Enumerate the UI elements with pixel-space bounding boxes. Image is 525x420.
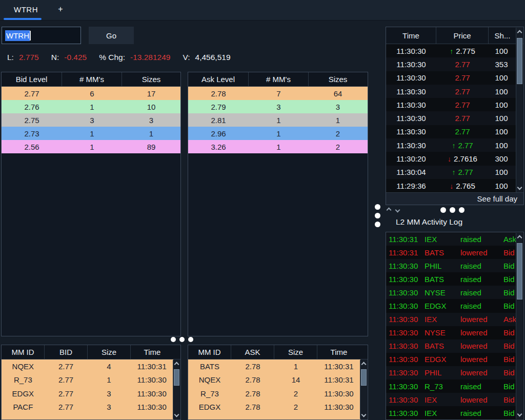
scroll-down-icon[interactable]: [361, 412, 367, 417]
ask-level-row[interactable]: 2.9612: [188, 127, 368, 140]
log-side: Bid: [497, 395, 515, 404]
mm-bid-scrollbar: [173, 360, 180, 419]
activity-log-row: 11:30:30PHILraisedBid: [386, 259, 516, 272]
log-mm-id: BATS: [421, 248, 458, 257]
horizontal-splitter-handle[interactable]: [440, 207, 465, 213]
log-mm-id: EDGX: [421, 302, 458, 310]
log-side: Bid: [497, 248, 515, 257]
new-tab-button[interactable]: +: [54, 0, 67, 18]
column-header: BID: [45, 345, 88, 359]
scrollbar-thumb[interactable]: [517, 38, 522, 84]
scrollbar-thumb[interactable]: [174, 369, 179, 386]
symbol-input[interactable]: WTRH: [2, 27, 81, 44]
column-header: Size: [274, 345, 317, 359]
scroll-down-icon[interactable]: [517, 185, 522, 190]
splitter-dot: [450, 207, 455, 213]
tab-wtrh[interactable]: WTRH: [14, 0, 38, 19]
activity-log-rows: 11:30:31IEXraisedAsk11:30:31BATSloweredB…: [386, 232, 516, 419]
cell: 2.79: [188, 100, 249, 113]
log-time: 11:30:30: [389, 288, 421, 297]
activity-log-row: 11:30:31IEXraisedAsk: [386, 232, 516, 246]
splitter-dot: [375, 213, 380, 218]
time-sales-row: 11:30:30↑2.775100: [386, 44, 516, 57]
ask-level-row[interactable]: 2.78764: [188, 87, 368, 100]
log-time: 11:30:31: [389, 248, 421, 257]
mm-ask-header: MM ID ASK Size Time: [188, 345, 368, 359]
log-side: Bid: [497, 382, 515, 391]
cell: 1: [122, 127, 180, 140]
trade-price: 2.77: [436, 101, 489, 109]
price-value: 2.77: [458, 168, 473, 176]
activity-log-row: 11:30:30BATSloweredBid: [386, 339, 516, 353]
mm-ask-rows: BATS2.78111:30:31NQEX2.781411:30:31R_732…: [188, 359, 360, 419]
splitter-dot: [179, 337, 185, 342]
mm-ask-row: BATS2.78111:30:31: [188, 359, 360, 373]
bid-level-row[interactable]: 2.7311: [2, 127, 180, 140]
log-mm-id: PHIL: [421, 368, 458, 377]
ask-level-row[interactable]: 2.7933: [188, 100, 368, 113]
cell: 89: [122, 140, 180, 153]
log-action: raised: [458, 235, 497, 244]
mm-bid-row: EDGX2.77311:30:30: [2, 387, 173, 401]
cell: 11:30:31: [317, 375, 360, 384]
pct-chg-label: % Chg:: [99, 53, 125, 62]
downtick-arrow-icon: ↓: [448, 155, 451, 163]
scroll-up-icon[interactable]: [361, 362, 367, 367]
activity-log-row: 11:30:30EDGXraisedBid: [386, 299, 516, 312]
log-mm-id: IEX: [421, 395, 458, 404]
bid-level-row[interactable]: 2.7533: [2, 113, 180, 127]
log-mm-id: R_73: [421, 382, 458, 391]
last-value: 2.775: [19, 53, 39, 62]
bid-table-header: Bid Level # MM's Sizes: [2, 72, 180, 87]
ask-level-row[interactable]: 2.8111: [188, 113, 368, 127]
cell: 3: [62, 113, 122, 127]
cell: 2.73: [2, 127, 62, 140]
column-header: Sh...: [489, 27, 516, 44]
log-mm-id: BATS: [421, 275, 458, 284]
cell: NQEX: [188, 375, 231, 384]
trade-shares: 100: [489, 127, 514, 136]
time-sales-row: 11:30:30↑2.77100: [386, 138, 516, 152]
trade-price: ↑2.775: [436, 47, 489, 55]
cell: 2.76: [2, 100, 62, 113]
ask-level-row[interactable]: 3.2612: [188, 140, 368, 153]
collapse-down-icon[interactable]: [395, 208, 400, 213]
net-value: -0.425: [64, 53, 87, 62]
scroll-up-icon[interactable]: [517, 30, 522, 35]
vertical-splitter-handle[interactable]: [375, 204, 380, 227]
scroll-down-icon[interactable]: [517, 412, 522, 417]
log-mm-id: EDGX: [421, 355, 458, 364]
log-action: lowered: [458, 315, 497, 324]
column-header: Time: [317, 345, 360, 359]
scrollbar-thumb[interactable]: [361, 369, 367, 386]
mm-ask-panel: MM ID ASK Size Time BATS2.78111:30:31NQE…: [188, 345, 368, 420]
trade-shares: 300: [489, 154, 514, 163]
cell: R_73: [188, 389, 231, 398]
log-side: Ask: [497, 315, 516, 324]
scroll-down-icon[interactable]: [174, 412, 179, 417]
scroll-up-icon[interactable]: [174, 362, 179, 367]
bid-level-row[interactable]: 2.77617: [2, 87, 180, 100]
net-label: N:: [51, 53, 59, 62]
bid-level-row[interactable]: 2.76110: [2, 100, 180, 113]
cell: 4: [88, 362, 131, 371]
cell: BATS: [188, 362, 231, 371]
log-side: Bid: [497, 409, 515, 417]
bid-level-row[interactable]: 2.56189: [2, 140, 180, 153]
tab-bar: WTRH +: [0, 0, 525, 21]
bottom-splitter-handle[interactable]: [171, 337, 193, 342]
mm-ask-row: NQEX2.781411:30:31: [188, 373, 360, 387]
see-full-day-link[interactable]: See full day: [477, 194, 517, 203]
mm-ask-scrollbar: [360, 360, 367, 419]
collapse-up-icon[interactable]: [387, 208, 392, 213]
cell: 2.78: [231, 375, 274, 384]
log-action: raised: [458, 302, 497, 310]
time-sales-panel: Time Price Sh... 11:30:30↑2.77510011:30:…: [386, 27, 524, 205]
price-value: 2.77: [455, 60, 470, 69]
go-button[interactable]: Go: [89, 27, 134, 44]
scrollbar-thumb[interactable]: [517, 243, 522, 299]
mm-bid-rows: NQEX2.77411:30:31R_732.77111:30:30EDGX2.…: [2, 359, 173, 419]
trade-shares: 100: [489, 47, 514, 55]
scroll-up-icon[interactable]: [517, 235, 522, 241]
splitter-dot: [459, 207, 465, 213]
